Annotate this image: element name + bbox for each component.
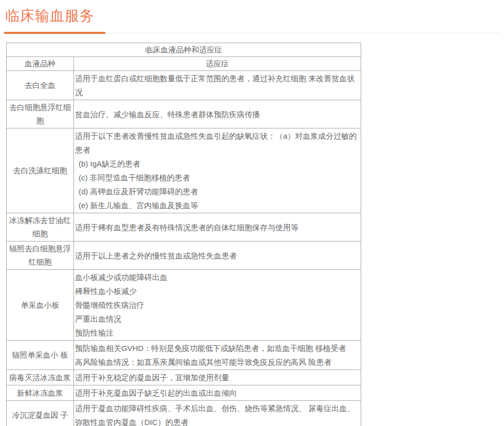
indication-line: (e) 新生儿输血、宫内输血及换血等 bbox=[75, 198, 360, 212]
page-title: 临床输血服务 bbox=[5, 6, 504, 26]
indication-line: 适用于以上患者之外的慢性贫血或急性失血患者 bbox=[75, 249, 360, 263]
indication-line: 适用于血红蛋白或红细胞数量低于正常范围的患者，通过补充红细胞 来改善贫血状况 bbox=[75, 71, 360, 99]
indications-cell: 适用于凝血功能障碍性疾病、手术后出血、创伤、烧伤等紧急情况、 尿毒症出血、弥散性… bbox=[74, 401, 361, 426]
indications-cell: 适用于以下患者改善慢性贫血或急性失血引起的缺氧症状：（a）对血浆成分过敏的患者(… bbox=[74, 128, 361, 213]
col-header-indication: 适应症 bbox=[74, 57, 361, 71]
indication-line: 高风险输血情况：如直系亲属间输血或其他可能导致免疫反应的高风 险患者 bbox=[75, 355, 360, 369]
indications-cell: 血小板减少或功能障碍出血稀释性血小板减少骨髓增殖性疾病治疗严重出血情况预防性输注 bbox=[74, 270, 361, 341]
product-cell: 冰冻解冻去甘油红细胞 bbox=[7, 213, 74, 242]
product-cell: 病毒灭活冰冻血浆 bbox=[7, 370, 74, 385]
indication-line: 预防输血相关GVHD：特别是免疫功能低下或缺陷患者，如造血干细胞 移植受者 bbox=[75, 341, 360, 355]
table-caption-row: 临床血液品种和适应症 bbox=[7, 43, 361, 57]
indications-cell: 适用于以上患者之外的慢性贫血或急性失血患者 bbox=[74, 242, 361, 270]
page: 临床输血服务 临床血液品种和适应症 血液品种 适应症 去白全血适用于血红蛋白或红… bbox=[0, 0, 504, 426]
table-row: 辐照单采血小 板预防输血相关GVHD：特别是免疫功能低下或缺陷患者，如造血干细胞… bbox=[7, 341, 361, 370]
table-header-row: 血液品种 适应症 bbox=[7, 57, 361, 71]
indications-cell: 适用于血红蛋白或红细胞数量低于正常范围的患者，通过补充红细胞 来改善贫血状况 bbox=[74, 71, 361, 100]
indication-line: (d) 高钾血症及肝肾功能障碍的患者 bbox=[75, 184, 360, 198]
indication-line: 严重出血情况 bbox=[75, 312, 360, 326]
indication-line: 贫血治疗、减少输血反应、特殊患者群体预防疾病传播 bbox=[75, 107, 360, 121]
table-row: 单采血小板血小板减少或功能障碍出血稀释性血小板减少骨髓增殖性疾病治疗严重出血情况… bbox=[7, 270, 361, 341]
indication-line: 适用于补充凝血因子缺乏引起的出血或出血倾向 bbox=[75, 386, 360, 400]
blood-products-table: 临床血液品种和适应症 血液品种 适应症 去白全血适用于血红蛋白或红细胞数量低于正… bbox=[6, 43, 361, 426]
table-row: 冰冻解冻去甘油红细胞适用于稀有血型患者及有特殊情况患者的自体红细胞保存与使用等 bbox=[7, 213, 361, 242]
indication-line: 适用于补充稳定的凝血因子，宜增加使用剂量 bbox=[75, 371, 360, 384]
table-row: 冷沉淀凝血因 子适用于凝血功能障碍性疾病、手术后出血、创伤、烧伤等紧急情况、 尿… bbox=[7, 401, 361, 426]
indication-line: 适用于稀有血型患者及有特殊情况患者的自体红细胞保存与使用等 bbox=[75, 220, 360, 234]
title-underline bbox=[4, 32, 499, 34]
indications-cell: 预防输血相关GVHD：特别是免疫功能低下或缺陷患者，如造血干细胞 移植受者高风险… bbox=[74, 341, 361, 370]
indications-cell: 适用于补充凝血因子缺乏引起的出血或出血倾向 bbox=[74, 385, 361, 401]
indication-line: 骨髓增殖性疾病治疗 bbox=[75, 298, 360, 312]
indications-cell: 适用于补充稳定的凝血因子，宜增加使用剂量 bbox=[74, 370, 361, 385]
product-cell: 冷沉淀凝血因 子 bbox=[7, 401, 74, 426]
indication-line: (c) 非同型造血干细胞移植的患者 bbox=[75, 171, 360, 184]
product-cell: 辐照单采血小 板 bbox=[7, 341, 74, 370]
table-row: 病毒灭活冰冻血浆适用于补充稳定的凝血因子，宜增加使用剂量 bbox=[7, 370, 361, 385]
table-row: 新鲜冰冻血浆适用于补充凝血因子缺乏引起的出血或出血倾向 bbox=[7, 385, 361, 401]
product-cell: 去白细胞悬浮红细胞 bbox=[7, 100, 74, 128]
product-cell: 辐照去白细胞悬浮红细胞 bbox=[7, 242, 74, 270]
indication-line: 预防性输注 bbox=[75, 326, 360, 340]
col-header-product: 血液品种 bbox=[7, 57, 74, 71]
table-row: 去白全血适用于血红蛋白或红细胞数量低于正常范围的患者，通过补充红细胞 来改善贫血… bbox=[7, 71, 361, 100]
title-underline-accent bbox=[4, 32, 105, 34]
indications-cell: 适用于稀有血型患者及有特殊情况患者的自体红细胞保存与使用等 bbox=[74, 213, 361, 242]
indication-line: 适用于凝血功能障碍性疾病、手术后出血、创伤、烧伤等紧急情况、 尿毒症出血、弥散性… bbox=[75, 401, 360, 426]
product-cell: 新鲜冰冻血浆 bbox=[7, 385, 74, 401]
table-row: 辐照去白细胞悬浮红细胞适用于以上患者之外的慢性贫血或急性失血患者 bbox=[7, 242, 361, 270]
product-cell: 去白全血 bbox=[7, 71, 74, 100]
product-cell: 去白洗涤红细胞 bbox=[7, 128, 74, 213]
table-row: 去白洗涤红细胞适用于以下患者改善慢性贫血或急性失血引起的缺氧症状：（a）对血浆成… bbox=[7, 128, 361, 213]
indication-line: 血小板减少或功能障碍出血 bbox=[75, 270, 360, 284]
table-caption: 临床血液品种和适应症 bbox=[7, 43, 361, 57]
table-row: 去白细胞悬浮红细胞贫血治疗、减少输血反应、特殊患者群体预防疾病传播 bbox=[7, 100, 361, 128]
product-cell: 单采血小板 bbox=[7, 270, 74, 341]
indication-line: 适用于以下患者改善慢性贫血或急性失血引起的缺氧症状：（a）对血浆成分过敏的患者 bbox=[75, 129, 360, 157]
indications-cell: 贫血治疗、减少输血反应、特殊患者群体预防疾病传播 bbox=[74, 100, 361, 128]
indication-line: 稀释性血小板减少 bbox=[75, 284, 360, 298]
indication-line: (b) IgA缺乏的患者 bbox=[75, 157, 360, 171]
